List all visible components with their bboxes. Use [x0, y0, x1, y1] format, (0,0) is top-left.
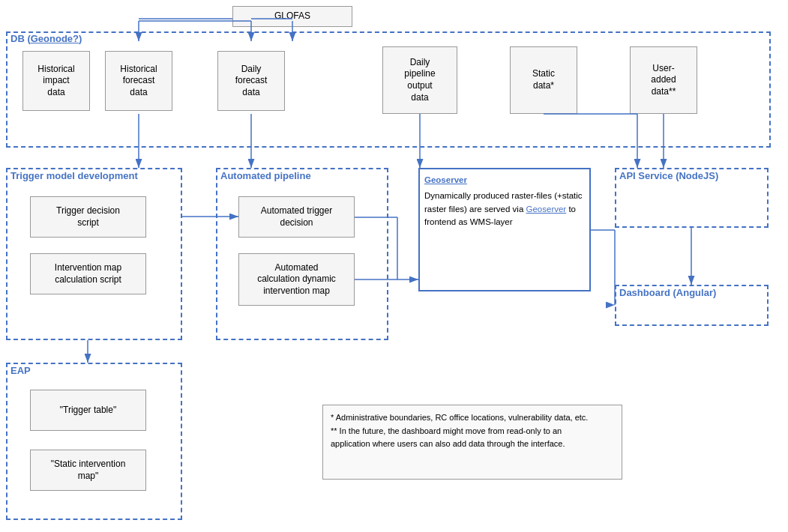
dashboard-label: Dashboard (Angular): [619, 287, 716, 298]
geoserver-link: Geoserver: [526, 205, 567, 214]
static-intervention-box: "Static interventionmap": [30, 450, 146, 491]
auto-trigger-box: Automated triggerdecision: [238, 196, 355, 238]
notes-box: * Administrative boundaries, RC office l…: [322, 405, 622, 480]
notes-line3: application where users can also add dat…: [331, 438, 614, 451]
trigger-decision-box: Trigger decisionscript: [30, 196, 146, 238]
db-label-underline: Geonode?: [31, 33, 79, 44]
diagram-container: GLOFAS DB (Geonode?) Historicalimpactdat…: [0, 0, 788, 532]
auto-calc-box: Automatedcalculation dynamicintervention…: [238, 253, 355, 306]
user-added-box: User-addeddata**: [630, 46, 697, 114]
eap-label: EAP: [10, 365, 31, 376]
historical-forecast-box: Historicalforecastdata: [105, 51, 172, 111]
glofas-label: GLOFAS: [274, 10, 310, 22]
automated-pipeline-label: Automated pipeline: [220, 170, 311, 181]
daily-forecast-box: Dailyforecastdata: [217, 51, 285, 111]
glofas-box: GLOFAS: [232, 6, 352, 27]
trigger-table-box: "Trigger table": [30, 390, 146, 431]
historical-impact-box: Historicalimpactdata: [22, 51, 90, 111]
trigger-model-label: Trigger model development: [10, 170, 138, 181]
geoserver-content: Geoserver Dynamically produced raster-fi…: [418, 168, 591, 235]
static-data-box: Staticdata*: [510, 46, 577, 114]
eap-section: [6, 363, 182, 520]
notes-line2: ** In the future, the dashboard might mo…: [331, 425, 614, 438]
daily-pipeline-box: Dailypipelineoutputdata: [382, 46, 457, 114]
db-label: DB (Geonode?): [10, 33, 82, 44]
intervention-calc-box: Intervention mapcalculation script: [30, 253, 146, 294]
api-service-label: API Service (NodeJS): [619, 170, 718, 181]
notes-line1: * Administrative boundaries, RC office l…: [331, 411, 614, 425]
geoserver-title: Geoserver: [424, 174, 585, 187]
